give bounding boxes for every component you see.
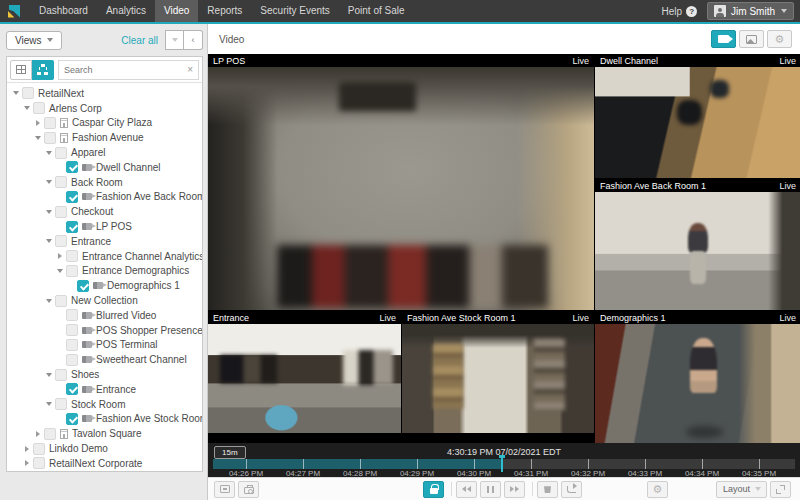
tree-item-shoes[interactable]: Shoes	[7, 367, 202, 382]
video-settings-button[interactable]: ⚙	[767, 30, 792, 48]
delete-button[interactable]	[537, 481, 558, 498]
tree-item-fashion-avenue[interactable]: Fashion Avenue	[7, 130, 202, 145]
caret-right-icon[interactable]	[36, 120, 40, 126]
checkbox[interactable]	[55, 369, 67, 381]
caret-down-icon[interactable]	[24, 106, 30, 110]
clear-search-icon[interactable]: ×	[187, 65, 193, 75]
checkbox[interactable]	[66, 191, 78, 203]
fullscreen-button[interactable]	[770, 481, 791, 498]
tree-item-apparel[interactable]: Apparel	[7, 145, 202, 160]
export-clip-button[interactable]	[214, 481, 235, 498]
tree-item-new-collection[interactable]: New Collection	[7, 293, 202, 308]
tree-item-linkdo-demo[interactable]: Linkdo Demo	[7, 441, 202, 456]
timeline-scrubber[interactable]	[213, 459, 795, 469]
user-menu[interactable]: Jim Smith	[707, 2, 794, 20]
tree-item-sweetheart-channel[interactable]: Sweetheart Channel	[7, 352, 202, 367]
caret-down-icon[interactable]	[46, 239, 52, 243]
caret-down-icon[interactable]	[46, 151, 52, 155]
tree-item-retailnext-corporate[interactable]: RetailNext Corporate	[7, 456, 202, 471]
caret-down-icon[interactable]	[46, 373, 52, 377]
caret-right-icon[interactable]	[25, 460, 29, 466]
layout-dropdown[interactable]: Layout	[716, 481, 767, 498]
tree-item-entrance-channel-analytics[interactable]: Entrance Channel Analytics	[7, 249, 202, 264]
checkbox[interactable]	[22, 87, 34, 99]
nav-item-video[interactable]: Video	[155, 0, 198, 22]
checkbox[interactable]	[44, 428, 56, 440]
collapse-sidebar-button[interactable]: ‹	[184, 30, 203, 50]
checkbox[interactable]	[77, 280, 89, 292]
tree-item-back-room[interactable]: Back Room	[7, 175, 202, 190]
checkbox[interactable]	[55, 398, 67, 410]
caret-right-icon[interactable]	[58, 253, 62, 259]
tree-item-retailnext[interactable]: RetailNext	[7, 86, 202, 101]
checkbox[interactable]	[44, 132, 56, 144]
tree-item-entrance-demographics[interactable]: Entrance Demographics	[7, 264, 202, 279]
nav-item-dashboard[interactable]: Dashboard	[30, 0, 97, 22]
caret-down-icon[interactable]	[13, 91, 19, 95]
checkbox[interactable]	[66, 265, 78, 277]
tree-item-entrance[interactable]: Entrance	[7, 382, 202, 397]
lock-button[interactable]	[423, 481, 444, 498]
tree-item-demographics-1[interactable]: Demographics 1	[7, 278, 202, 293]
tree-item-dwell-channel[interactable]: Dwell Channel	[7, 160, 202, 175]
checkbox[interactable]	[66, 383, 78, 395]
caret-down-icon[interactable]	[57, 269, 63, 273]
tree-item-pos-terminal[interactable]: POS Terminal	[7, 338, 202, 353]
checkbox[interactable]	[66, 250, 78, 262]
video-tile-entrance[interactable]: EntranceLive	[208, 311, 401, 443]
nav-item-reports[interactable]: Reports	[198, 0, 251, 22]
image-wall-button[interactable]	[739, 30, 764, 48]
checkbox[interactable]	[66, 413, 78, 425]
caret-right-icon[interactable]	[25, 446, 29, 452]
tree-item-blurred-video[interactable]: Blurred Video	[7, 308, 202, 323]
checkbox[interactable]	[66, 324, 78, 336]
tree-item-entrance[interactable]: Entrance	[7, 234, 202, 249]
playhead[interactable]	[501, 455, 503, 472]
list-view-button[interactable]	[10, 60, 32, 80]
video-tile-lp-pos[interactable]: LP POSLive	[208, 54, 594, 310]
checkbox[interactable]	[66, 339, 78, 351]
caret-down-icon[interactable]	[46, 299, 52, 303]
tree-view-button[interactable]	[32, 60, 54, 80]
caret-down-icon[interactable]	[46, 180, 52, 184]
video-tile-fashion-ave-back-room-1[interactable]: Fashion Ave Back Room 1Live	[595, 179, 800, 310]
caret-right-icon[interactable]	[36, 431, 40, 437]
tree-item-arlens-corp[interactable]: Arlens Corp	[7, 101, 202, 116]
video-tile-demographics-1[interactable]: Demographics 1Live	[595, 311, 800, 443]
video-mode-button[interactable]	[711, 30, 736, 48]
checkbox[interactable]	[44, 117, 56, 129]
settings-button[interactable]: ⚙	[647, 481, 668, 498]
fast-forward-button[interactable]	[504, 481, 525, 498]
retailnext-logo-icon[interactable]	[7, 5, 20, 18]
caret-down-icon[interactable]	[35, 136, 41, 140]
snapshot-button[interactable]	[238, 481, 259, 498]
checkbox[interactable]	[55, 206, 67, 218]
tree-item-fashion-ave-stock-room-1[interactable]: Fashion Ave Stock Room 1	[7, 412, 202, 427]
checkbox[interactable]	[55, 295, 67, 307]
views-caret-button[interactable]	[165, 30, 184, 50]
help-button[interactable]: Help ?	[662, 6, 698, 17]
video-tile-dwell-channel[interactable]: Dwell ChannelLive	[595, 54, 800, 178]
tree-item-lp-pos[interactable]: LP POS	[7, 219, 202, 234]
checkbox[interactable]	[55, 147, 67, 159]
checkbox[interactable]	[66, 354, 78, 366]
tree-item-tavalon-square[interactable]: Tavalon Square	[7, 426, 202, 441]
tree-item-caspar-city-plaza[interactable]: Caspar City Plaza	[7, 116, 202, 131]
views-dropdown[interactable]: Views	[6, 31, 62, 50]
nav-item-point-of-sale[interactable]: Point of Sale	[339, 0, 414, 22]
caret-down-icon[interactable]	[46, 210, 52, 214]
checkbox[interactable]	[33, 102, 45, 114]
pause-button[interactable]	[480, 481, 501, 498]
caret-down-icon[interactable]	[46, 402, 52, 406]
tree-item-checkout[interactable]: Checkout	[7, 204, 202, 219]
checkbox[interactable]	[55, 176, 67, 188]
checkbox[interactable]	[33, 457, 45, 469]
tree-item-pos-shopper-presence[interactable]: POS Shopper Presence	[7, 323, 202, 338]
checkbox[interactable]	[55, 235, 67, 247]
nav-item-analytics[interactable]: Analytics	[97, 0, 155, 22]
tree-item-stock-room[interactable]: Stock Room	[7, 397, 202, 412]
checkbox[interactable]	[66, 161, 78, 173]
clear-all-button[interactable]: Clear all	[121, 35, 158, 46]
time-range-button[interactable]: 15m	[214, 446, 246, 459]
video-tile-fashion-ave-stock-room-1[interactable]: Fashion Ave Stock Room 1Live	[402, 311, 594, 443]
